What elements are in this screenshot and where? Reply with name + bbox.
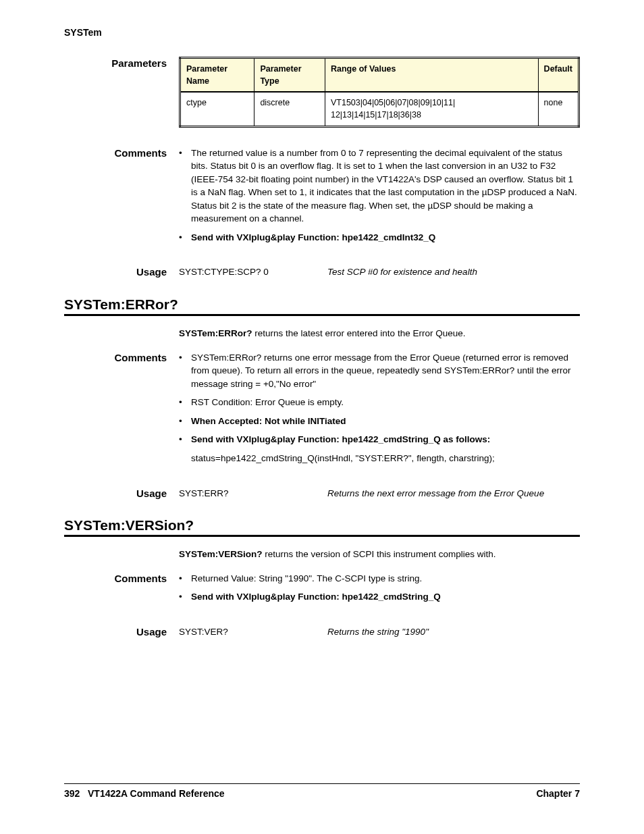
bullet-strong: Send with VXIplug&play Function: hpe1422… [191,592,441,602]
footer-right: Chapter 7 [536,788,580,799]
parameters-label: Parameters [64,57,179,140]
comments-label-3: Comments [64,572,179,609]
usage-section-3: Usage SYST:VER? Returns the string "1990… [64,625,580,639]
bullet-text: status=hpe1422_cmdString_Q(instHndl, "SY… [191,452,580,465]
usage-command: SYST:CTYPE:SCP? 0 [179,265,327,279]
bullet-text: RST Condition: Error Queue is empty. [191,396,580,409]
comments-label-1: Comments [64,147,179,250]
list-item: • RST Condition: Error Queue is empty. [179,396,580,409]
bullet-icon: • [179,147,191,226]
comments-section-2: Comments • SYSTem:ERRor? returns one err… [64,351,580,471]
page-number: 392 [64,788,80,799]
heading-system-version: SYSTem:VERSion? [64,517,580,533]
error-command-bold: SYSTem:ERRor? [179,328,252,338]
parameters-section: Parameters Parameter Name Parameter Type… [64,57,580,140]
parameters-table: Parameter Name Parameter Type Range of V… [179,57,580,128]
bullet-text: Send with VXIplug&play Function: hpe1422… [191,590,580,604]
usage-command: SYST:VER? [179,625,327,639]
usage-label-3: Usage [64,625,179,639]
footer-left: VT1422A Command Reference [88,788,225,799]
bullet-icon: • [179,572,191,585]
list-item: • Send with VXIplug&play Function: hpe14… [179,590,580,604]
usage-section-2: Usage SYST:ERR? Returns the next error m… [64,487,580,500]
cell-range: VT1503|04|05|06|07|08|09|10|11| 12|13|14… [325,92,538,126]
usage-label-1: Usage [64,265,179,279]
cell-default: none [538,92,579,126]
usage-description: Returns the string "1990" [327,625,429,639]
cell-type: discrete [254,92,325,126]
bullet-strong: When Accepted: Not while INITiated [191,416,346,426]
bullet-text: SYSTem:ERRor? returns one error message … [191,351,580,391]
running-header: SYSTem [64,27,580,38]
footer-rule [64,783,580,784]
list-item: • When Accepted: Not while INITiated [179,415,580,428]
cell-name: ctype [180,92,254,126]
usage-label-2: Usage [64,487,179,500]
list-item: • SYSTem:ERRor? returns one error messag… [179,351,580,391]
th-name: Parameter Name [180,58,254,93]
comments-section-1: Comments • The returned value is a numbe… [64,147,580,250]
bullet-text: When Accepted: Not while INITiated [191,415,580,428]
comments-section-3: Comments • Returned Value: String "1990"… [64,572,580,609]
page-footer: 392 VT1422A Command Reference Chapter 7 [64,783,580,799]
error-command-rest: returns the latest error entered into th… [252,328,466,338]
version-intro: SYSTem:VERSion? returns the version of S… [64,548,580,561]
list-item: • Returned Value: String "1990". The C-S… [179,572,580,585]
bullet-text: Returned Value: String "1990". The C-SCP… [191,572,580,585]
bullet-icon: • [179,351,191,391]
bullet-icon: • [179,433,191,446]
bullet-icon: • [179,231,191,244]
heading-rule [64,314,580,316]
usage-description: Test SCP #0 for existence and health [327,265,477,279]
bullet-icon: • [179,415,191,428]
heading-system-error: SYSTem:ERRor? [64,296,580,313]
table-row: ctype discrete VT1503|04|05|06|07|08|09|… [180,92,579,126]
usage-description: Returns the next error message from the … [327,487,544,500]
list-item: • Send with VXIplug&play Function: hpe14… [179,231,580,244]
list-item: • Send with VXIplug&play Function: hpe14… [179,433,580,446]
list-item: • The returned value is a number from 0 … [179,147,580,226]
bullet-text: Send with VXIplug&play Function: hpe1422… [191,231,580,244]
list-item: status=hpe1422_cmdString_Q(instHndl, "SY… [179,452,580,465]
th-range: Range of Values [325,58,538,93]
error-intro: SYSTem:ERRor? returns the latest error e… [64,327,580,340]
th-default: Default [538,58,579,93]
bullet-icon: • [179,396,191,409]
bullet-icon: • [179,590,191,604]
bullet-text: Send with VXIplug&play Function: hpe1422… [191,433,580,446]
version-command-bold: SYSTem:VERSion? [179,549,263,559]
comments-label-2: Comments [64,351,179,471]
heading-rule [64,535,580,537]
usage-command: SYST:ERR? [179,487,327,500]
bullet-strong: Send with VXIplug&play Function: hpe1422… [191,434,490,444]
th-type: Parameter Type [254,58,325,93]
bullet-text: The returned value is a number from 0 to… [191,147,580,226]
version-command-rest: returns the version of SCPI this instrum… [263,549,496,559]
bullet-strong: Send with VXIplug&play Function: hpe1422… [191,232,435,242]
usage-section-1: Usage SYST:CTYPE:SCP? 0 Test SCP #0 for … [64,265,580,279]
